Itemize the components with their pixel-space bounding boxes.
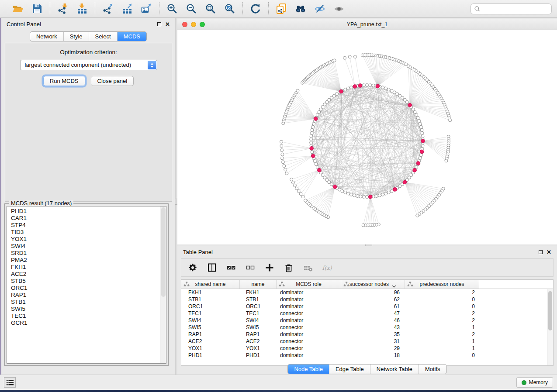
cell-name[interactable]: YOX1	[240, 345, 277, 352]
cell-successor-nodes[interactable]: 31	[341, 338, 405, 345]
mcds-result-list[interactable]: PHD1CAR1STP4TID3YOX1SWI4SRD1PMA2FKH1ACE2…	[7, 206, 166, 364]
cell-successor-nodes[interactable]: 62	[341, 296, 405, 303]
mcds-result-item[interactable]: PHD1	[11, 208, 166, 215]
cell-successor-nodes[interactable]: 46	[341, 317, 405, 324]
mcds-result-item[interactable]: ORC1	[11, 285, 166, 292]
cell-predecessor-nodes[interactable]: 0	[405, 352, 479, 359]
cell-shared-name[interactable]: TEC1	[181, 310, 240, 317]
table-row[interactable]: PHD1PHD1dominator180	[181, 352, 547, 359]
column-header-shared-name[interactable]: shared name	[181, 280, 240, 289]
mcds-result-item[interactable]: TID3	[11, 229, 166, 236]
table-settings-gear-icon[interactable]	[187, 262, 198, 273]
cell-name[interactable]: SWI4	[240, 317, 277, 324]
cell-shared-name[interactable]: STB1	[181, 296, 240, 303]
cell-name[interactable]: STB1	[240, 296, 277, 303]
cell-MCDS-role[interactable]: dominator	[277, 303, 341, 310]
mcds-result-item[interactable]: GCR1	[11, 320, 166, 327]
mcds-result-item[interactable]: STB5	[11, 278, 166, 285]
cell-predecessor-nodes[interactable]: 2	[405, 317, 479, 324]
tab-style[interactable]: Style	[63, 32, 89, 41]
cell-name[interactable]: SWI5	[240, 324, 277, 331]
cell-predecessor-nodes[interactable]: 1	[405, 338, 479, 345]
result-scrollbar[interactable]	[160, 206, 166, 363]
mcds-result-item[interactable]: SWI5	[11, 306, 166, 313]
cell-shared-name[interactable]: SWI5	[181, 324, 240, 331]
cell-MCDS-role[interactable]: connector	[277, 324, 341, 331]
save-session-icon[interactable]	[31, 3, 43, 15]
minimize-window-icon[interactable]	[191, 22, 196, 27]
network-window-titlebar[interactable]: YPA_prune.txt_1	[177, 19, 557, 30]
mcds-result-item[interactable]: CAR1	[11, 215, 166, 222]
close-panel-icon[interactable]: ✕	[165, 21, 170, 27]
cell-predecessor-nodes[interactable]: 2	[405, 331, 479, 338]
mcds-result-item[interactable]: SRD1	[11, 250, 166, 257]
column-layout-icon[interactable]	[207, 262, 217, 273]
cell-name[interactable]: TEC1	[240, 310, 277, 317]
cell-successor-nodes[interactable]: 47	[341, 310, 405, 317]
table-scrollbar-thumb[interactable]	[548, 291, 552, 330]
export-image-icon[interactable]	[140, 3, 152, 15]
table-row[interactable]: SWI4SWI4dominator462	[181, 317, 547, 324]
mcds-result-item[interactable]: PMA2	[11, 257, 166, 264]
table-row[interactable]: STB1STB1dominator620	[181, 296, 547, 303]
run-mcds-button[interactable]: Run MCDS	[43, 76, 85, 86]
table-row[interactable]: YOX1YOX1connector291	[181, 345, 547, 352]
cell-MCDS-role[interactable]: connector	[277, 310, 341, 317]
table-tab-edge-table[interactable]: Edge Table	[329, 364, 370, 374]
add-column-icon[interactable]	[264, 262, 275, 273]
cell-predecessor-nodes[interactable]: 2	[405, 289, 479, 296]
zoom-fit-icon[interactable]	[204, 3, 217, 15]
cell-successor-nodes[interactable]: 61	[341, 303, 405, 310]
table-scrollbar[interactable]	[547, 289, 553, 365]
cell-name[interactable]: PHD1	[240, 352, 277, 359]
cell-MCDS-role[interactable]: dominator	[277, 331, 341, 338]
cell-MCDS-role[interactable]: connector	[277, 338, 341, 345]
column-header-MCDS-role[interactable]: MCDS role	[277, 280, 341, 289]
maximize-window-icon[interactable]	[200, 22, 205, 27]
cell-MCDS-role[interactable]: dominator	[277, 352, 341, 359]
float-table-panel-icon[interactable]	[539, 250, 543, 254]
cell-shared-name[interactable]: ORC1	[181, 303, 240, 310]
cell-MCDS-role[interactable]: dominator	[277, 317, 341, 324]
result-scrollbar-thumb[interactable]	[161, 207, 166, 297]
float-panel-icon[interactable]	[157, 22, 161, 26]
task-history-button[interactable]	[4, 377, 16, 388]
deselect-all-columns-icon[interactable]	[245, 262, 256, 273]
cell-name[interactable]: ORC1	[240, 303, 277, 310]
table-row[interactable]: ORC1ORC1dominator610	[181, 303, 547, 310]
cell-predecessor-nodes[interactable]: 1	[405, 324, 479, 331]
import-table-icon[interactable]	[76, 3, 88, 15]
mcds-result-item[interactable]: SWI4	[11, 243, 166, 250]
cell-predecessor-nodes[interactable]: 0	[405, 303, 479, 310]
refresh-view-icon[interactable]	[249, 3, 262, 15]
cell-shared-name[interactable]: RAP1	[181, 331, 240, 338]
graphics-details-icon[interactable]	[314, 3, 326, 15]
import-network-icon[interactable]	[57, 3, 69, 15]
cell-name[interactable]: ACE2	[240, 338, 277, 345]
cell-shared-name[interactable]: PHD1	[181, 352, 240, 359]
cell-shared-name[interactable]: ACE2	[181, 338, 240, 345]
export-table-icon[interactable]	[121, 3, 133, 15]
tab-network[interactable]: Network	[30, 32, 63, 41]
cell-successor-nodes[interactable]: 18	[341, 352, 405, 359]
cell-MCDS-role[interactable]: dominator	[277, 289, 341, 296]
zoom-selected-icon[interactable]	[224, 3, 236, 15]
mcds-result-item[interactable]: TEC1	[11, 313, 166, 320]
table-row[interactable]: FKH1FKH1dominator962	[181, 289, 547, 296]
cell-shared-name[interactable]: SWI4	[181, 317, 240, 324]
export-network-icon[interactable]	[102, 3, 114, 15]
cell-successor-nodes[interactable]: 35	[341, 331, 405, 338]
cell-predecessor-nodes[interactable]: 2	[405, 310, 479, 317]
mcds-result-item[interactable]: RAP1	[11, 292, 166, 299]
zoom-out-icon[interactable]	[185, 3, 197, 15]
table-row[interactable]: TEC1TEC1connector472	[181, 310, 547, 317]
sort-indicator-icon[interactable]	[392, 283, 396, 285]
mcds-result-item[interactable]: FKH1	[11, 264, 166, 271]
search-box[interactable]	[471, 3, 552, 14]
cell-MCDS-role[interactable]: connector	[277, 345, 341, 352]
tab-select[interactable]: Select	[89, 32, 117, 41]
table-tab-node-table[interactable]: Node Table	[288, 364, 329, 374]
cell-name[interactable]: RAP1	[240, 331, 277, 338]
tab-mcds[interactable]: MCDS	[117, 32, 146, 41]
column-header-predecessor-nodes[interactable]: predecessor nodes	[405, 280, 479, 289]
